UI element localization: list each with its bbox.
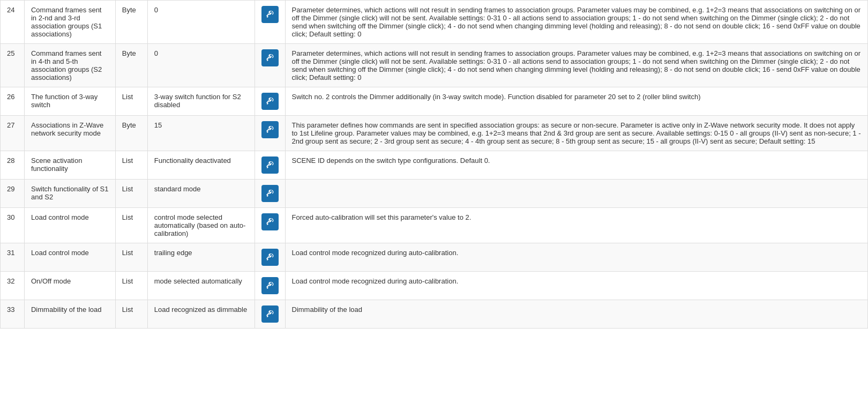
param-action-cell <box>255 44 285 87</box>
param-name: Command frames sent in 2-nd and 3-rd ass… <box>24 1 115 44</box>
param-value: Load recognized as dimmable <box>147 300 255 329</box>
param-id: 32 <box>1 272 25 300</box>
param-description: Forced auto-calibration will set this pa… <box>285 208 868 243</box>
parameters-table: 24 Command frames sent in 2-nd and 3-rd … <box>0 0 868 329</box>
wrench-icon <box>266 97 274 106</box>
param-name: On/Off mode <box>24 272 115 300</box>
param-action-cell <box>255 272 285 300</box>
param-name: Load control mode <box>24 243 115 272</box>
table-row: 26 The function of 3-way switch List 3-w… <box>1 87 868 116</box>
param-name: Dimmability of the load <box>24 300 115 329</box>
param-name: Scene activation functionality <box>24 151 115 180</box>
param-action-cell <box>255 180 285 208</box>
param-description: SCENE ID depends on the switch type conf… <box>285 151 868 180</box>
param-name: Switch functionality of S1 and S2 <box>24 180 115 208</box>
param-name: The function of 3-way switch <box>24 87 115 116</box>
param-action-cell <box>255 87 285 116</box>
wrench-icon <box>266 310 274 318</box>
param-value: standard mode <box>147 180 255 208</box>
param-id: 33 <box>1 300 25 329</box>
param-description: Load control mode recognized during auto… <box>285 272 868 300</box>
edit-button[interactable] <box>261 249 279 266</box>
param-value: 3-way switch function for S2 disabled <box>147 87 255 116</box>
param-name: Command frames sent in 4-th and 5-th ass… <box>24 44 115 87</box>
table-row: 31 Load control mode List trailing edge … <box>1 243 868 272</box>
param-value: 15 <box>147 116 255 151</box>
table-row: 30 Load control mode List control mode s… <box>1 208 868 243</box>
table-row: 32 On/Off mode List mode selected automa… <box>1 272 868 300</box>
param-description <box>285 180 868 208</box>
param-action-cell <box>255 208 285 243</box>
edit-button[interactable] <box>261 213 279 230</box>
param-id: 26 <box>1 87 25 116</box>
param-id: 31 <box>1 243 25 272</box>
wrench-icon <box>266 253 274 262</box>
param-name: Associations in Z-Wave network security … <box>24 116 115 151</box>
param-type: List <box>115 208 147 243</box>
wrench-icon <box>266 161 274 169</box>
param-type: Byte <box>115 1 147 44</box>
param-description: This parameter defines how commands are … <box>285 116 868 151</box>
param-description: Load control mode recognized during auto… <box>285 243 868 272</box>
param-value: control mode selected automatically (bas… <box>147 208 255 243</box>
param-name: Load control mode <box>24 208 115 243</box>
param-type: Byte <box>115 44 147 87</box>
param-action-cell <box>255 116 285 151</box>
param-action-cell <box>255 151 285 180</box>
param-value: 0 <box>147 1 255 44</box>
param-description: Dimmability of the load <box>285 300 868 329</box>
edit-button[interactable] <box>261 305 279 323</box>
wrench-icon <box>266 125 274 134</box>
wrench-icon <box>266 10 274 19</box>
table-row: 28 Scene activation functionality List F… <box>1 151 868 180</box>
param-action-cell <box>255 1 285 44</box>
edit-button[interactable] <box>261 185 279 202</box>
param-action-cell <box>255 300 285 329</box>
wrench-icon <box>266 189 274 198</box>
edit-button[interactable] <box>261 156 279 174</box>
param-type: Byte <box>115 116 147 151</box>
param-value: mode selected automatically <box>147 272 255 300</box>
table-row: 27 Associations in Z-Wave network securi… <box>1 116 868 151</box>
param-value: Functionality deactivated <box>147 151 255 180</box>
table-row: 25 Command frames sent in 4-th and 5-th … <box>1 44 868 87</box>
edit-button[interactable] <box>261 277 279 294</box>
param-action-cell <box>255 243 285 272</box>
param-type: List <box>115 300 147 329</box>
param-id: 27 <box>1 116 25 151</box>
param-type: List <box>115 180 147 208</box>
param-value: 0 <box>147 44 255 87</box>
param-type: List <box>115 243 147 272</box>
edit-button[interactable] <box>261 6 279 23</box>
param-description: Parameter determines, which actions will… <box>285 44 868 87</box>
edit-button[interactable] <box>261 93 279 110</box>
param-id: 25 <box>1 44 25 87</box>
wrench-icon <box>266 281 274 290</box>
param-type: List <box>115 151 147 180</box>
wrench-icon <box>266 218 274 226</box>
table-row: 33 Dimmability of the load List Load rec… <box>1 300 868 329</box>
param-id: 24 <box>1 1 25 44</box>
param-id: 28 <box>1 151 25 180</box>
wrench-icon <box>266 54 274 62</box>
edit-button[interactable] <box>261 121 279 138</box>
param-value: trailing edge <box>147 243 255 272</box>
param-id: 30 <box>1 208 25 243</box>
param-description: Parameter determines, which actions will… <box>285 1 868 44</box>
edit-button[interactable] <box>261 49 279 66</box>
param-description: Switch no. 2 controls the Dimmer additio… <box>285 87 868 116</box>
param-id: 29 <box>1 180 25 208</box>
table-row: 29 Switch functionality of S1 and S2 Lis… <box>1 180 868 208</box>
table-row: 24 Command frames sent in 2-nd and 3-rd … <box>1 1 868 44</box>
param-type: List <box>115 87 147 116</box>
param-type: List <box>115 272 147 300</box>
